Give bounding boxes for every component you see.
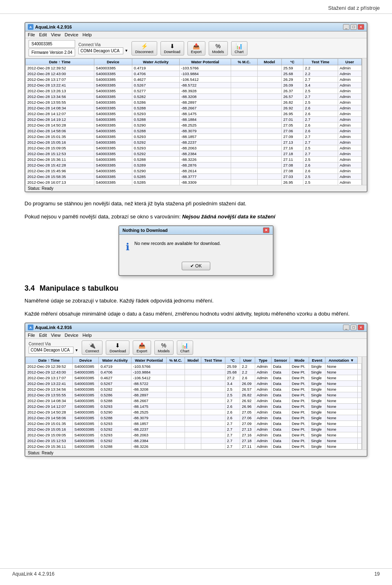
table-row[interactable]: 2012-Dec-29 14:12:07S400033850.5293-88.1… bbox=[26, 404, 362, 409]
table-row[interactable]: 2012-Dec-28 15:42:28S400033850.5289-88.2… bbox=[26, 162, 362, 168]
table-row[interactable]: 2012-Dec-28 15:09:05S400033850.5293-88.2… bbox=[26, 145, 362, 151]
table-row[interactable]: 2012-Dec-28 15:58:35S400033850.5285-88.3… bbox=[26, 174, 362, 180]
col-water-activity: Water Activity bbox=[132, 59, 179, 65]
table-cell: Admin bbox=[338, 168, 361, 174]
table-row[interactable]: 2012-Dec-28 15:05:16S400033850.5292-88.2… bbox=[26, 140, 362, 145]
connect-port-dropdown-2[interactable]: COM4 Decagon UCA bbox=[29, 347, 74, 354]
table-row[interactable]: 2012-Dec-29 14:58:06S400033850.5288-88.3… bbox=[26, 415, 362, 421]
table-cell: 2012-Dec-28 13:55:55 bbox=[26, 100, 94, 105]
table-cell: Single bbox=[309, 444, 325, 449]
col2-type: Type bbox=[255, 357, 271, 364]
table-row[interactable]: 2012-Dec-28 14:58:06S400033850.5288-88.3… bbox=[26, 128, 362, 134]
table-cell bbox=[231, 180, 257, 185]
minimize-btn-1[interactable]: _ bbox=[343, 24, 350, 30]
maximize-btn-1[interactable]: □ bbox=[350, 24, 357, 30]
table-cell: S40003385 bbox=[73, 375, 99, 381]
menu-edit-1[interactable]: Edit bbox=[39, 32, 47, 37]
disconnect-btn[interactable]: ⚡ Disconnect bbox=[131, 41, 157, 56]
table-row[interactable]: 2012-Dec-28 15:12:53S400033850.5292-88.2… bbox=[26, 151, 362, 157]
connect-port-dropdown-1[interactable]: COM4 Decagon UCA bbox=[78, 47, 123, 54]
table-cell: 2.7 bbox=[225, 432, 240, 438]
scrollbar-2[interactable] bbox=[362, 357, 367, 449]
chart-btn-1[interactable]: 📊 Chart bbox=[231, 41, 247, 56]
table-cell bbox=[201, 364, 225, 369]
maximize-btn-2[interactable]: □ bbox=[350, 325, 357, 330]
menu-help-2[interactable]: Help bbox=[82, 333, 92, 338]
table-row[interactable]: 2012-Dec-29 15:05:16S400033850.5292-88.2… bbox=[26, 427, 362, 432]
connect-icon-2: 🔌 bbox=[89, 342, 96, 349]
table-cell: 2.7 bbox=[303, 77, 338, 82]
table-row[interactable]: 2012-Dec-28 15:36:11S400033850.5288-88.3… bbox=[26, 157, 362, 162]
export-btn-1[interactable]: 📤 Export bbox=[187, 41, 205, 56]
table-row[interactable]: 2012-Dec-28 14:08:34S400033850.5288-88.2… bbox=[26, 105, 362, 111]
table-row[interactable]: 2012-Dec-28 15:01:35S400033850.5293-88.1… bbox=[26, 134, 362, 140]
table-row[interactable]: 2012-Dec-29 15:12:53S400033850.5292-88.2… bbox=[26, 438, 362, 444]
table-row[interactable]: 2012-Dec-29 15:36:11S400033850.5288-88.3… bbox=[26, 444, 362, 449]
table-cell: -88.2897 bbox=[179, 100, 231, 105]
menu-file-2[interactable]: File bbox=[28, 333, 35, 338]
table-row[interactable]: 2012-Dec-29 13:55:55S400033850.5286-88.2… bbox=[26, 392, 362, 398]
table-cell bbox=[257, 122, 281, 128]
table-cell bbox=[201, 444, 225, 449]
menu-view-1[interactable]: View bbox=[51, 32, 61, 37]
menu-device-1[interactable]: Device bbox=[65, 32, 78, 37]
menu-help-1[interactable]: Help bbox=[82, 32, 92, 37]
dialog-close-btn[interactable]: ✕ bbox=[263, 227, 270, 233]
table-cell: 0.5286 bbox=[99, 392, 131, 398]
table-row[interactable]: 2012-Dec-28 13:34:56S400033850.5282-88.3… bbox=[26, 94, 362, 100]
table-row[interactable]: 2012-Dec-29 13:34:56S400033850.5282-88.3… bbox=[26, 387, 362, 392]
download-btn-1[interactable]: ⬇ Download bbox=[160, 41, 184, 56]
close-btn-2[interactable]: ✕ bbox=[358, 325, 364, 330]
table-row[interactable]: 2012-Dec-29 13:17:07S400033850.4627-106.… bbox=[26, 375, 362, 381]
dialog-ok-button[interactable]: ✔ OK bbox=[182, 262, 210, 270]
models-btn-2[interactable]: % Models bbox=[154, 340, 174, 355]
table-cell bbox=[185, 387, 201, 392]
menu-edit-2[interactable]: Edit bbox=[39, 333, 47, 338]
table-row[interactable]: 2012-Dec-29 15:01:35S400033850.5293-88.1… bbox=[26, 421, 362, 427]
col-water-potential: Water Potential bbox=[179, 59, 231, 65]
table-row[interactable]: 2012-Dec-29 12:39:52S400033850.4719-103.… bbox=[26, 364, 362, 369]
table-row[interactable]: 2012-Dec-28 13:26:13S400033850.5277-88.3… bbox=[26, 88, 362, 94]
table-cell: Data bbox=[271, 381, 290, 387]
table-row[interactable]: 2012-Dec-28 13:17:07S400033850.4627-106.… bbox=[26, 77, 362, 82]
dialog-info-icon: ℹ bbox=[126, 241, 129, 253]
table-cell: Admin bbox=[338, 94, 361, 100]
table-row[interactable]: 2012-Dec-29 14:50:28S400033850.5290-88.2… bbox=[26, 409, 362, 415]
table-cell bbox=[357, 438, 361, 444]
table-cell: Data bbox=[271, 375, 290, 381]
menubar-2: File Edit View Device Help bbox=[25, 332, 367, 339]
table-row[interactable]: 2012-Dec-28 15:45:96S400033850.5290-88.2… bbox=[26, 168, 362, 174]
table-row[interactable]: 2012-Dec-28 14:12:07S400033850.5293-88.1… bbox=[26, 111, 362, 117]
table-cell: Admin bbox=[338, 174, 361, 180]
table-cell bbox=[257, 94, 281, 100]
table-row[interactable]: 2012-Dec-28 12:39:52S400033850.4719-103.… bbox=[26, 65, 362, 71]
table-cell: Data bbox=[271, 427, 290, 432]
table-row[interactable]: 2012-Dec-28 14:19:12S400033850.5288-88.1… bbox=[26, 117, 362, 122]
table-row[interactable]: 2012-Dec-28 12:43:00S400033850.4706-103.… bbox=[26, 71, 362, 77]
table-row[interactable]: 2012-Dec-28 16:07:13S400033850.5285-88.3… bbox=[26, 180, 362, 185]
menu-file-1[interactable]: File bbox=[28, 32, 35, 37]
table-row[interactable]: 2012-Dec-29 15:09:05S400033850.5293-88.2… bbox=[26, 432, 362, 438]
table-row[interactable]: 2012-Dec-28 13:22:41S400033850.5267-88.5… bbox=[26, 82, 362, 88]
close-btn-1[interactable]: ✕ bbox=[358, 24, 364, 30]
export-btn-2[interactable]: 📤 Export bbox=[133, 340, 151, 355]
models-btn-1[interactable]: % Models bbox=[209, 41, 228, 56]
titlebar-2: A AquaLink 4.2.916 _ □ ✕ bbox=[25, 323, 367, 332]
table-row[interactable]: 2012-Dec-29 12:43:00S400033850.4706-103.… bbox=[26, 369, 362, 375]
table-row[interactable]: 2012-Dec-28 13:55:55S400033850.5286-88.2… bbox=[26, 100, 362, 105]
table-cell: -106.5412 bbox=[131, 375, 166, 381]
menu-device-2[interactable]: Device bbox=[65, 333, 78, 338]
table-cell: None bbox=[325, 398, 357, 404]
table-row[interactable]: 2012-Dec-28 14:50:28S400033850.5290-88.2… bbox=[26, 122, 362, 128]
download-btn-2[interactable]: ⬇ Download bbox=[106, 340, 129, 355]
table-row[interactable]: 2012-Dec-29 14:08:34S400033850.5288-88.2… bbox=[26, 398, 362, 404]
table-row[interactable]: 2012-Dec-29 13:22:41S400033850.5267-88.5… bbox=[26, 381, 362, 387]
scrollbar-1[interactable] bbox=[362, 58, 367, 185]
table-cell bbox=[167, 364, 185, 369]
minimize-btn-2[interactable]: _ bbox=[343, 325, 350, 330]
data-table-2: Date ↑ Time Device Water Activity Water … bbox=[25, 357, 362, 449]
menu-view-2[interactable]: View bbox=[51, 333, 61, 338]
chart-btn-2[interactable]: 📊 Chart bbox=[177, 340, 193, 355]
col2-annotation: Annotation ▼ bbox=[325, 357, 357, 364]
connect-btn-2[interactable]: 🔌 Connect bbox=[82, 340, 103, 355]
